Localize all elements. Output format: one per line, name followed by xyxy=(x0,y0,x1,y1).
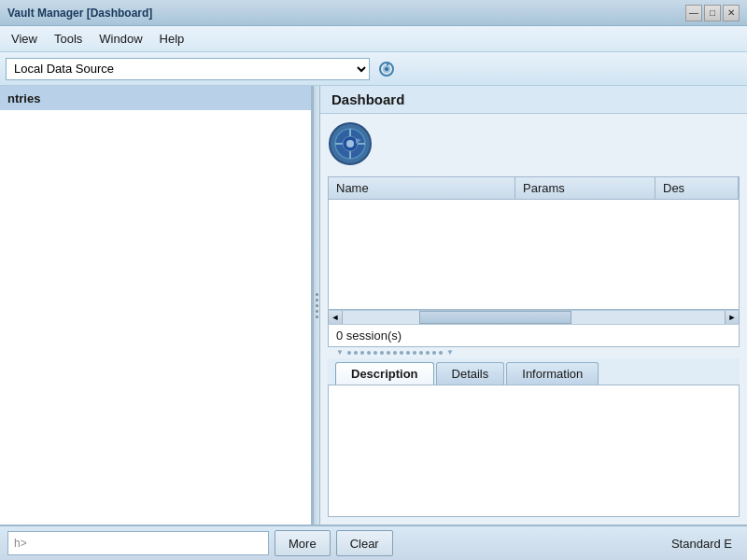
scroll-left-btn[interactable]: ◄ xyxy=(328,310,343,325)
menu-item-view[interactable]: View xyxy=(4,29,45,49)
svg-point-2 xyxy=(385,67,388,71)
tab-details[interactable]: Details xyxy=(436,362,505,385)
datasource-wrapper: Local Data Source xyxy=(6,58,370,80)
left-panel-header: ntries xyxy=(0,86,311,110)
sep-left-arrow: ▼ xyxy=(335,348,345,357)
vault-icon xyxy=(328,121,740,176)
scroll-track[interactable] xyxy=(343,311,725,324)
status-text: Standard E xyxy=(671,537,740,551)
splitter-dot-4 xyxy=(316,310,318,313)
session-count: 0 session(s) xyxy=(328,325,740,347)
menu-item-help[interactable]: Help xyxy=(152,29,192,49)
status-search-input[interactable] xyxy=(7,531,269,555)
window-controls: — □ ✕ xyxy=(685,5,740,21)
clear-button[interactable]: Clear xyxy=(336,530,393,556)
splitter-dot-3 xyxy=(316,304,318,307)
tab-bar: Description Details Information xyxy=(328,358,740,385)
dashboard-content: Name Params Des ◄ ► 0 session(s) ▼ xyxy=(320,114,747,525)
sep-right-arrow: ▼ xyxy=(445,348,455,357)
left-panel-content[interactable] xyxy=(0,110,311,525)
col-name: Name xyxy=(329,177,515,199)
tab-description[interactable]: Description xyxy=(335,362,434,385)
table-header: Name Params Des xyxy=(329,177,739,200)
left-panel: ntries xyxy=(0,86,313,525)
scroll-thumb[interactable] xyxy=(419,311,572,324)
col-params: Params xyxy=(515,177,655,199)
data-table: Name Params Des xyxy=(328,176,740,310)
vertical-splitter[interactable] xyxy=(313,86,320,525)
splitter-dot-2 xyxy=(316,299,318,301)
table-body xyxy=(329,200,739,256)
status-bar: More Clear Standard E xyxy=(0,525,747,560)
more-button[interactable]: More xyxy=(275,530,331,556)
main-area: ntries Dashboard xyxy=(0,86,747,525)
svg-point-10 xyxy=(346,140,354,147)
menu-item-window[interactable]: Window xyxy=(92,29,149,49)
splitter-dot-5 xyxy=(316,315,318,318)
horizontal-scrollbar[interactable]: ◄ ► xyxy=(328,310,740,325)
toolbar: Local Data Source xyxy=(0,52,747,86)
maximize-button[interactable]: □ xyxy=(704,5,721,21)
tab-content-area xyxy=(328,385,740,518)
minimize-button[interactable]: — xyxy=(685,5,702,21)
title-bar: Vault Manager [Dashboard] — □ ✕ xyxy=(0,0,747,26)
dashboard-panel: Dashboard Name xyxy=(320,86,747,525)
splitter-dot-1 xyxy=(316,293,318,296)
window-title: Vault Manager [Dashboard] xyxy=(7,7,152,20)
status-left: More Clear xyxy=(7,530,666,556)
close-button[interactable]: ✕ xyxy=(723,5,740,21)
scroll-right-btn[interactable]: ► xyxy=(725,310,740,325)
datasource-select[interactable]: Local Data Source xyxy=(6,58,370,80)
refresh-icon[interactable] xyxy=(375,58,398,80)
col-desc: Des xyxy=(655,177,739,199)
dashboard-title: Dashboard xyxy=(320,86,747,114)
dotted-separator: ▼ ▼ xyxy=(328,347,740,358)
tab-information[interactable]: Information xyxy=(506,362,599,385)
menu-item-tools[interactable]: Tools xyxy=(47,29,90,49)
menu-bar: View Tools Window Help xyxy=(0,26,747,52)
